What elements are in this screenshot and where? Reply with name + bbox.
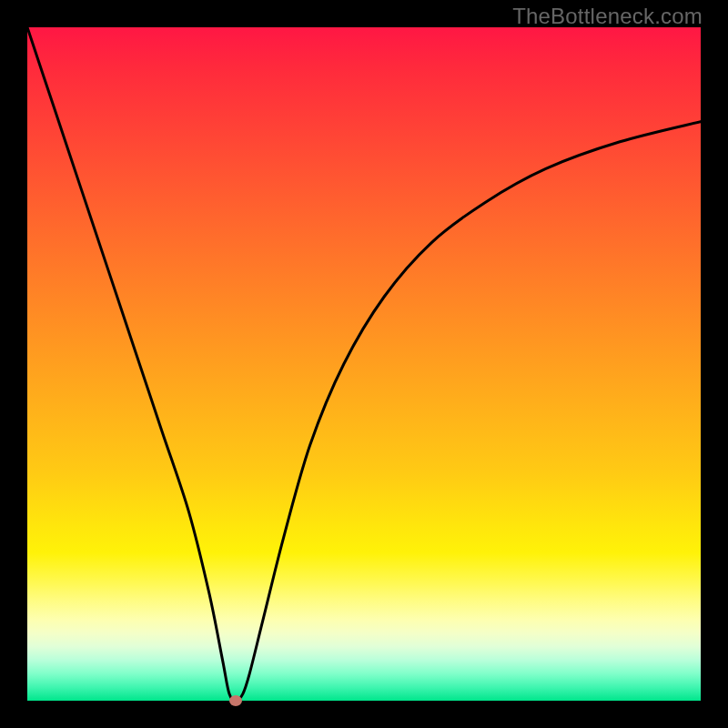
watermark-text: TheBottleneck.com bbox=[512, 4, 703, 29]
outer-frame: TheBottleneck.com bbox=[0, 0, 728, 728]
optimum-marker bbox=[229, 695, 242, 706]
plot-gradient-area bbox=[27, 27, 701, 701]
